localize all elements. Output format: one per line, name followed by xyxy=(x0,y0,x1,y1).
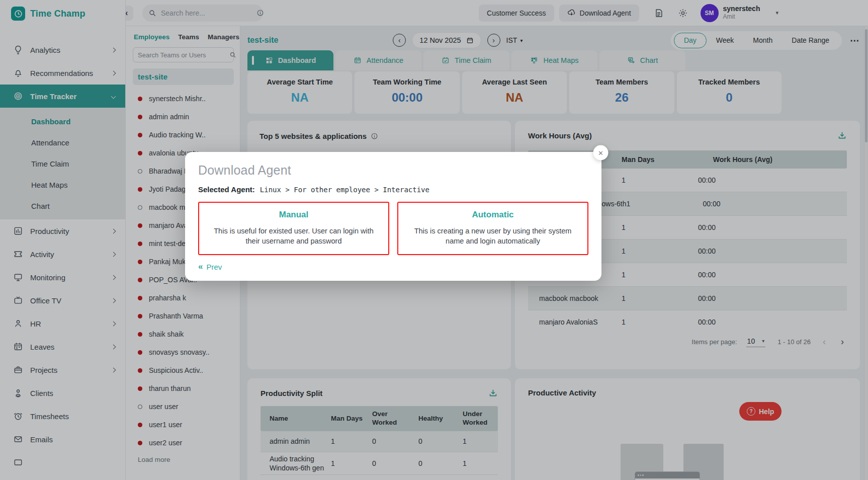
option-description: This is creating a new user by using the… xyxy=(408,226,577,246)
option-title: Manual xyxy=(209,210,378,220)
prev-button[interactable]: « Prev xyxy=(198,262,222,272)
chevrons-left-icon: « xyxy=(198,262,203,272)
option-title: Automatic xyxy=(408,210,577,220)
modal-title: Download Agent xyxy=(198,163,588,178)
agent-option-card[interactable]: Manual This is useful for existed user. … xyxy=(198,202,389,255)
selected-agent-row: Selected Agent: Linux > For other employ… xyxy=(198,185,588,194)
agent-option-card[interactable]: Automatic This is creating a new user by… xyxy=(397,202,588,255)
download-agent-modal: ✕ Download Agent Selected Agent: Linux >… xyxy=(185,152,601,281)
prev-label: Prev xyxy=(206,263,222,271)
selected-agent-value: Linux > For other employee > Interactive xyxy=(260,186,429,194)
option-description: This is useful for existed user. User ca… xyxy=(209,226,378,246)
close-icon[interactable]: ✕ xyxy=(593,145,609,161)
agent-options: Manual This is useful for existed user. … xyxy=(198,202,588,255)
app-window: Time Champ Analytics Recommendations Tim… xyxy=(0,0,868,480)
selected-agent-label: Selected Agent: xyxy=(198,185,255,194)
